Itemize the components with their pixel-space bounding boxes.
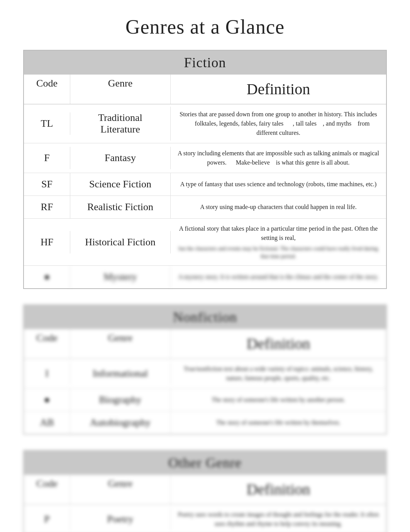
row-genre: TraditionalLiterature: [70, 107, 171, 141]
fiction-column-headers: Code Genre Definition: [24, 75, 386, 104]
row-definition: Stories that are passed down from one gr…: [171, 104, 386, 143]
nonfiction-column-headers: Code Genre Definition: [24, 329, 386, 359]
row-code: HF: [24, 231, 70, 253]
row-code: F: [24, 147, 70, 169]
row-genre: Informational: [70, 362, 171, 385]
page-title: Genres at a Glance: [23, 15, 387, 38]
row-definition: Poetry uses words to create images of th…: [171, 505, 386, 532]
table-row: SF Science Fiction A type of fantasy tha…: [24, 173, 386, 196]
nonfiction-header: Nonfiction: [24, 305, 386, 329]
genre-column-header: Genre: [70, 75, 171, 104]
table-row: AB Autobiography The story of someone's …: [24, 411, 386, 434]
fiction-header: Fiction: [24, 51, 386, 75]
row-definition: A story using made-up characters that co…: [171, 197, 386, 217]
row-code: SF: [24, 173, 70, 195]
code-column-header: Code: [24, 475, 70, 504]
other-header: Other Genre: [24, 451, 386, 475]
row-genre: Realistic Fiction: [70, 196, 171, 218]
table-row: TL TraditionalLiterature Stories that ar…: [24, 104, 386, 143]
other-section: Other Genre Code Genre Definition P Poet…: [23, 450, 387, 532]
row-definition: A fictional story that takes place in a …: [171, 219, 386, 265]
row-genre: Autobiography: [70, 411, 171, 434]
row-genre: Fantasy: [70, 147, 171, 169]
code-column-header: Code: [24, 75, 70, 104]
table-row: P Poetry Poetry uses words to create ima…: [24, 505, 386, 532]
other-column-headers: Code Genre Definition: [24, 475, 386, 505]
row-genre: Mystery: [70, 266, 171, 288]
row-definition: A type of fantasy that uses science and …: [171, 174, 386, 194]
row-code: RF: [24, 196, 70, 218]
row-code: TL: [24, 112, 70, 135]
definition-column-header: Definition: [171, 75, 386, 104]
table-row: I Informational True/nonfiction text abo…: [24, 359, 386, 389]
nonfiction-section: Nonfiction Code Genre Definition I Infor…: [23, 304, 387, 435]
table-row: RF Realistic Fiction A story using made-…: [24, 196, 386, 219]
table-row: ● Mystery A mystery story. It is written…: [24, 266, 386, 288]
row-definition: The story of someone's life written by a…: [171, 390, 386, 410]
row-genre: Science Fiction: [70, 173, 171, 195]
row-definition: A mystery story. It is written around th…: [171, 267, 386, 287]
row-genre: Historical Fiction: [70, 231, 171, 253]
row-code: P: [24, 508, 70, 530]
row-definition: True/nonfiction text about a wide variet…: [171, 359, 386, 388]
table-row: F Fantasy A story including elements tha…: [24, 143, 386, 173]
row-code: I: [24, 362, 70, 385]
row-definition: A story including elements that are impo…: [171, 143, 386, 173]
genre-column-header: Genre: [70, 475, 171, 504]
row-genre: Biography: [70, 389, 171, 411]
row-code: ●: [24, 266, 70, 288]
row-definition: The story of someone's life written by t…: [171, 413, 386, 433]
row-code: ●: [24, 389, 70, 411]
code-column-header: Code: [24, 329, 70, 359]
genre-column-header: Genre: [70, 329, 171, 359]
row-code: AB: [24, 411, 70, 434]
definition-column-header: Definition: [171, 329, 386, 359]
fiction-section: Fiction Code Genre Definition TL Traditi…: [23, 50, 387, 289]
definition-column-header: Definition: [171, 475, 386, 504]
table-row: HF Historical Fiction A fictional story …: [24, 219, 386, 266]
row-genre: Poetry: [70, 508, 171, 530]
table-row: ● Biography The story of someone's life …: [24, 389, 386, 411]
